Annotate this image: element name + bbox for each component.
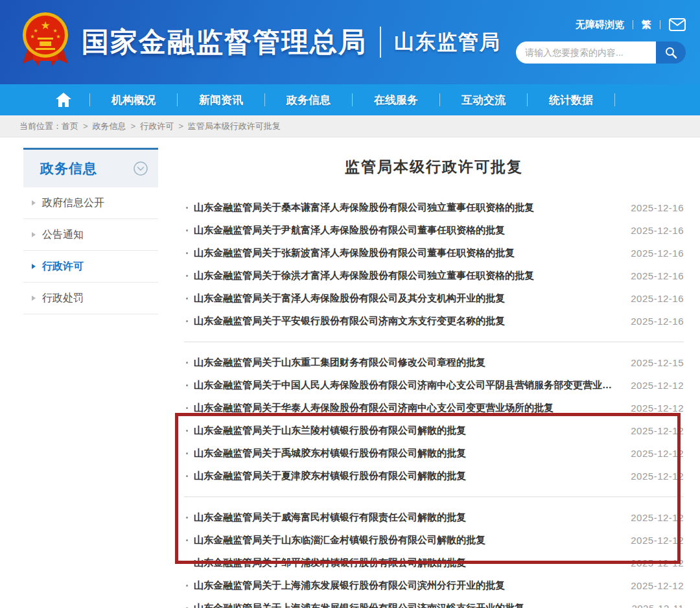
bullet-dot <box>186 252 188 254</box>
accessibility-link[interactable]: 无障碍浏览 <box>576 19 624 31</box>
mail-icon[interactable] <box>669 18 686 31</box>
approval-link[interactable]: 山东金融监管局关于上海浦东发展银行股份有限公司滨州分行开业的批复 <box>194 579 619 592</box>
nav-item-xinwen[interactable]: 新闻资讯 <box>178 93 264 108</box>
approval-link[interactable]: 山东金融监管局关于桑本谦富泽人寿保险股份有限公司独立董事任职资格的批复 <box>194 202 619 214</box>
triangle-right-icon <box>32 232 36 237</box>
breadcrumb-prefix: 当前位置： <box>19 121 62 132</box>
chevron-down-circle-icon[interactable] <box>134 161 148 176</box>
nav-item-hudong[interactable]: 互动交流 <box>440 93 527 108</box>
approval-date: 2025-12-12 <box>631 580 684 591</box>
sidebar: 政务信息 政府信息公开 公告通知 <box>23 148 158 608</box>
approval-link[interactable]: 山东金融监管局关于邹平浦发村镇银行股份有限公司解散的批复 <box>194 557 619 569</box>
approval-link[interactable]: 山东金融监管局关于上海浦东发展银行股份有限公司济南汉峪支行开业的批复 <box>194 602 620 608</box>
breadcrumb: 当前位置： 首页 > 政务信息 > 行政许可 > 监管局本级行政许可批复 <box>0 115 700 137</box>
breadcrumb-xingzheng[interactable]: 行政许可 <box>140 121 174 132</box>
bullet-dot <box>186 275 188 277</box>
sidebar-item-info-disclosure[interactable]: 政府信息公开 <box>23 187 158 219</box>
main-content: 监管局本级行政许可批复 山东金融监管局关于桑本谦富泽人寿保险股份有限公司独立董事… <box>184 148 684 608</box>
approval-link[interactable]: 山东金融监管局关于山东兰陵村镇银行股份有限公司解散的批复 <box>194 425 619 437</box>
breadcrumb-home[interactable]: 首页 <box>62 121 78 132</box>
sidebar-header: 政务信息 <box>23 150 158 187</box>
approval-link[interactable]: 山东金融监管局关于张新波富泽人寿保险股份有限公司董事任职资格的批复 <box>194 247 619 259</box>
bureau-title: 山东监管局 <box>394 29 501 56</box>
approval-date: 2025-12-12 <box>631 471 684 482</box>
list-item: 山东金融监管局关于夏津胶东村镇银行股份有限公司解散的批复2025-12-12 <box>184 465 684 487</box>
sidebar-item-admin-penalty[interactable]: 行政处罚 <box>23 283 158 314</box>
nav-item-tongji[interactable]: 统计数据 <box>528 93 614 108</box>
bullet-dot <box>186 475 188 477</box>
approval-date: 2025-12-15 <box>631 357 684 368</box>
list-item: 山东金融监管局关于张新波富泽人寿保险股份有限公司董事任职资格的批复2025-12… <box>184 242 684 264</box>
bullet-dot <box>186 320 188 322</box>
bullet-dot <box>186 539 188 541</box>
approval-group: 山东金融监管局关于威海富民村镇银行有限责任公司解散的批复2025-12-12山东… <box>184 497 684 608</box>
approval-link[interactable]: 山东金融监管局关于威海富民村镇银行有限责任公司解散的批复 <box>194 511 619 524</box>
approval-date: 2025-12-12 <box>631 403 684 414</box>
bullet-dot <box>186 229 188 231</box>
breadcrumb-separator: > <box>83 121 88 131</box>
approval-link[interactable]: 山东金融监管局关于平安银行股份有限公司济南文东支行变更名称的批复 <box>194 315 619 327</box>
magnifier-icon <box>664 46 677 59</box>
bullet-dot <box>186 207 188 209</box>
sidebar-item-notices[interactable]: 公告通知 <box>23 219 158 251</box>
approval-date: 2025-12-16 <box>631 202 684 213</box>
list-item: 山东金融监管局关于富泽人寿保险股份有限公司及其分支机构开业的批复2025-12-… <box>184 287 684 310</box>
approval-date: 2025-12-12 <box>631 512 684 523</box>
bullet-dot <box>186 407 188 409</box>
approval-link[interactable]: 山东金融监管局关于华泰人寿保险股份有限公司济南中心支公司变更营业场所的批复 <box>194 402 619 414</box>
bullet-dot <box>186 430 188 432</box>
triangle-right-icon <box>32 200 36 205</box>
content: 政务信息 政府信息公开 公告通知 <box>0 137 700 608</box>
list-item: 山东金融监管局关于上海浦东发展银行股份有限公司济南汉峪支行开业的批复2025-1… <box>184 597 684 608</box>
approval-link[interactable]: 山东金融监管局关于中国人民人寿保险股份有限公司济南中心支公司平阴县营销服务部变更… <box>194 379 619 392</box>
list-item: 山东金融监管局关于禹城胶东村镇银行股份有限公司解散的批复2025-12-12 <box>184 442 684 465</box>
list-item: 山东金融监管局关于中国人民人寿保险股份有限公司济南中心支公司平阴县营销服务部变更… <box>184 374 684 397</box>
approval-link[interactable]: 山东金融监管局关于徐洪才富泽人寿保险股份有限公司独立董事任职资格的批复 <box>194 270 619 282</box>
search-input[interactable] <box>516 41 656 64</box>
approval-link[interactable]: 山东金融监管局关于山东临淄汇金村镇银行股份有限公司解散的批复 <box>194 534 619 546</box>
approval-date: 2025-12-16 <box>631 225 684 236</box>
approval-link[interactable]: 山东金融监管局关于夏津胶东村镇银行股份有限公司解散的批复 <box>194 470 619 482</box>
list-item: 山东金融监管局关于徐洪才富泽人寿保险股份有限公司独立董事任职资格的批复2025-… <box>184 264 684 287</box>
traditional-chinese-link[interactable]: 繁 <box>642 19 651 31</box>
nav-item-zhengwu[interactable]: 政务信息 <box>265 93 352 108</box>
approval-date: 2025-12-12 <box>631 380 684 391</box>
svg-text:★: ★ <box>33 28 38 34</box>
breadcrumb-current: 监管局本级行政许可批复 <box>188 121 281 132</box>
header-right: 无障碍浏览 繁 <box>516 18 686 64</box>
header-divider <box>380 27 381 58</box>
approval-link[interactable]: 山东金融监管局关于富泽人寿保险股份有限公司及其分支机构开业的批复 <box>194 292 619 305</box>
site-header: ★ ★ ★ ★ ★ 国家金融监督管理总局 山东监管局 无障碍浏览 繁 <box>0 0 700 84</box>
approval-group: 山东金融监管局关于山东重工集团财务有限公司修改公司章程的批复2025-12-15… <box>184 342 684 497</box>
approval-date: 2025-12-12 <box>631 557 684 568</box>
bullet-dot <box>186 452 188 454</box>
triangle-right-icon <box>32 296 36 301</box>
approval-date: 2025-12-12 <box>631 535 684 546</box>
approval-date: 2025-12-16 <box>631 270 684 281</box>
nav-item-jigou[interactable]: 机构概况 <box>90 93 177 108</box>
approval-link[interactable]: 山东金融监管局关于尹航富泽人寿保险股份有限公司董事任职资格的批复 <box>194 224 619 237</box>
breadcrumb-zhengwu[interactable]: 政务信息 <box>93 121 126 132</box>
nav-item-zaixian[interactable]: 在线服务 <box>353 93 439 108</box>
utility-separator <box>660 20 660 29</box>
list-item: 山东金融监管局关于上海浦东发展银行股份有限公司滨州分行开业的批复2025-12-… <box>184 574 684 597</box>
sidebar-menu: 政府信息公开 公告通知 行政许可 行政处罚 <box>23 187 158 314</box>
approval-link[interactable]: 山东金融监管局关于禹城胶东村镇银行股份有限公司解散的批复 <box>194 447 619 460</box>
approval-link[interactable]: 山东金融监管局关于山东重工集团财务有限公司修改公司章程的批复 <box>194 357 619 369</box>
nav-home[interactable] <box>38 93 89 107</box>
bullet-dot <box>186 517 188 519</box>
sidebar-item-admin-licensing[interactable]: 行政许可 <box>23 251 158 283</box>
list-item: 山东金融监管局关于桑本谦富泽人寿保险股份有限公司独立董事任职资格的批复2025-… <box>184 196 684 219</box>
approval-date: 2025-12-12 <box>631 448 684 459</box>
bullet-dot <box>186 585 188 587</box>
utility-separator <box>633 20 633 29</box>
main-nav: 机构概况 新闻资讯 政务信息 在线服务 互动交流 统计数据 <box>0 84 700 115</box>
list-item: 山东金融监管局关于山东兰陵村镇银行股份有限公司解散的批复2025-12-12 <box>184 419 684 442</box>
svg-text:★: ★ <box>30 34 34 40</box>
list-item: 山东金融监管局关于尹航富泽人寿保险股份有限公司董事任职资格的批复2025-12-… <box>184 219 684 242</box>
search-button[interactable] <box>656 41 686 64</box>
list-item: 山东金融监管局关于山东重工集团财务有限公司修改公司章程的批复2025-12-15 <box>184 351 684 374</box>
page: ★ ★ ★ ★ ★ 国家金融监督管理总局 山东监管局 无障碍浏览 繁 <box>0 0 700 608</box>
list-item: 山东金融监管局关于华泰人寿保险股份有限公司济南中心支公司变更营业场所的批复202… <box>184 397 684 419</box>
approval-group: 山东金融监管局关于桑本谦富泽人寿保险股份有限公司独立董事任职资格的批复2025-… <box>184 191 684 342</box>
